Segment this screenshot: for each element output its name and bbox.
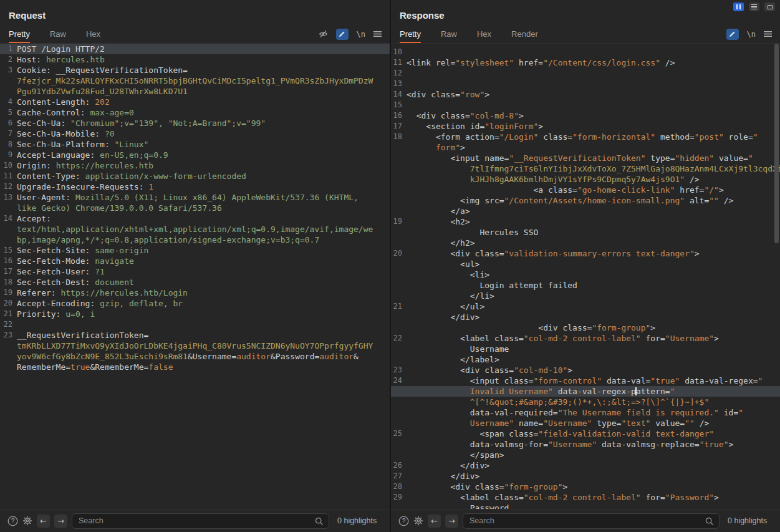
highlight-toggle-icon[interactable] — [726, 29, 739, 40]
code-row[interactable]: yov9W6cfGy8bZcN9E_852L3uEschi9sRm81&User… — [0, 351, 390, 362]
settings-gear-icon[interactable] — [413, 516, 423, 526]
next-match-button[interactable]: → — [445, 515, 458, 528]
code-row[interactable]: 17Sec-Fetch-User: ?1 — [0, 266, 390, 277]
tab-raw[interactable]: Raw — [441, 25, 457, 43]
code-row[interactable]: 13User-Agent: Mozilla/5.0 (X11; Linux x8… — [0, 192, 390, 203]
code-row[interactable]: 19 <h2> — [391, 216, 780, 227]
code-row[interactable]: 16 <div class="col-md-8"> — [391, 110, 780, 121]
tab-pretty[interactable]: Pretty — [9, 25, 30, 43]
newline-toggle-icon[interactable]: \n — [747, 30, 756, 39]
code-row[interactable]: RememberMe=true&RememberMe=false — [0, 362, 390, 372]
prev-match-button[interactable]: ← — [37, 515, 50, 528]
code-row[interactable]: 15Sec-Fetch-Site: same-origin — [0, 245, 390, 256]
code-row[interactable]: </li> — [391, 291, 780, 301]
code-row[interactable]: tmKRbLLXD77TiMxvQ9yXIdJoOrLDbKE4jgaiPHq_… — [0, 341, 390, 351]
code-row[interactable]: </div> — [391, 312, 780, 322]
code-row[interactable]: data-val-required="The Username field is… — [391, 407, 780, 418]
code-row[interactable]: </label> — [391, 354, 780, 365]
code-row[interactable]: 16Sec-Fetch-Mode: navigate — [0, 256, 390, 266]
code-row[interactable]: Invalid Username" data-val-regex-pattern… — [391, 386, 780, 397]
code-row[interactable]: 1POST /Login HTTP/2 — [0, 44, 390, 54]
next-match-button[interactable]: → — [54, 515, 67, 528]
code-row[interactable]: <img src="/Content/Assets/home-icon-smal… — [391, 195, 780, 206]
code-row[interactable]: 18 <form action="/Login" class="form-hor… — [391, 132, 780, 142]
code-row[interactable]: 23__RequestVerificationToken= — [0, 330, 390, 341]
code-row[interactable]: data-valmsg-for="Username" data-valmsg-r… — [391, 439, 780, 450]
tab-render[interactable]: Render — [511, 25, 538, 43]
tab-hex[interactable]: Hex — [86, 25, 100, 43]
code-row[interactable]: 9Accept-Language: en-US,en;q=0.9 — [0, 150, 390, 160]
search-input[interactable] — [72, 513, 329, 529]
code-row[interactable]: 11Content-Type: application/x-www-form-u… — [0, 171, 390, 181]
code-row[interactable]: kJHJh8gAAK6bmlhDmjVY1sYfPs9CDpmq5y7Aw4js… — [391, 174, 780, 185]
response-editor[interactable]: 91011<link rel="stylesheet" href="/Conte… — [391, 44, 780, 509]
tab-pretty[interactable]: Pretty — [400, 25, 421, 43]
code-row[interactable]: Password — [391, 503, 780, 509]
help-icon[interactable]: ? — [398, 516, 409, 526]
code-row[interactable]: 7tlIfmng7ciTs6lnYIibjJxXdvToXo_7Z5HMlGaj… — [391, 163, 780, 174]
help-icon[interactable]: ? — [7, 516, 18, 526]
response-scrollbar-thumb[interactable] — [774, 44, 779, 243]
code-row[interactable]: 14<div class="row"> — [391, 89, 780, 100]
code-row[interactable]: 8Sec-Ch-Ua-Platform: "Linux" — [0, 139, 390, 150]
code-row[interactable]: 7fezjcr_Mk22sARLQYFKxCHI5oNRRT5bpjBGHtQv… — [0, 75, 390, 86]
code-row[interactable]: 20Accept-Encoding: gzip, deflate, br — [0, 298, 390, 309]
newline-toggle-icon[interactable]: \n — [357, 30, 365, 39]
code-row[interactable]: 14Accept: — [0, 213, 390, 224]
settings-gear-icon[interactable] — [22, 516, 32, 526]
tab-raw[interactable]: Raw — [50, 25, 66, 43]
code-row[interactable]: 3Cookie: __RequestVerificationToken= — [0, 65, 390, 75]
code-row[interactable]: 5Cache-Control: max-age=0 — [0, 107, 390, 118]
code-row[interactable]: 18Sec-Fetch-Dest: document — [0, 277, 390, 288]
code-row[interactable]: 10 — [391, 47, 780, 57]
highlight-toggle-icon[interactable] — [336, 29, 349, 40]
code-row[interactable]: 28 <div class="form-group"> — [391, 481, 780, 492]
code-row[interactable]: like Gecko) Chrome/139.0.0.0 Safari/537.… — [0, 203, 390, 213]
code-row[interactable]: 6Sec-Ch-Ua: "Chromium";v="139", "Not;A=B… — [0, 118, 390, 128]
code-row[interactable]: 19Referer: https://hercules.htb/Login — [0, 288, 390, 298]
code-row[interactable]: 15 — [391, 100, 780, 110]
code-row[interactable]: <a class="go-home-click-link" href="/"> — [391, 185, 780, 195]
code-row[interactable]: 22 — [0, 319, 390, 330]
code-row[interactable]: </span> — [391, 450, 780, 460]
code-row[interactable]: 22 <label class="col-md-2 control-label"… — [391, 333, 780, 344]
code-row[interactable]: 21Priority: u=0, i — [0, 309, 390, 319]
code-row[interactable]: 11<link rel="stylesheet" href="/Content/… — [391, 57, 780, 68]
code-row[interactable]: </a> — [391, 206, 780, 216]
code-row[interactable]: 25 <span class="field-validation-valid t… — [391, 428, 780, 439]
editor-menu-icon[interactable] — [373, 31, 382, 37]
code-row[interactable]: 13 — [391, 79, 780, 89]
code-row[interactable]: 20 <div class="validation-summary-errors… — [391, 248, 780, 259]
window-icon[interactable] — [764, 2, 775, 11]
code-row[interactable]: 29 <label class="col-md-2 control-label"… — [391, 492, 780, 503]
code-row[interactable]: <div class="form-group"> — [391, 322, 780, 333]
code-row[interactable]: bp,image/apng,*/*;q=0.8,application/sign… — [0, 235, 390, 245]
code-row[interactable]: </h2> — [391, 238, 780, 248]
editor-menu-icon[interactable] — [764, 31, 772, 37]
code-row[interactable]: 10Origin: https://hercules.htb — [0, 160, 390, 171]
code-row[interactable]: 26 </div> — [391, 460, 780, 471]
code-row[interactable]: ^[^!&quot;#&amp;&#39;()*+,\:;&lt;=>?[\]^… — [391, 397, 780, 407]
code-row[interactable]: 21 </ul> — [391, 301, 780, 312]
code-row[interactable]: Login attempt failed — [391, 280, 780, 291]
hide-data-eye-icon[interactable] — [319, 30, 328, 38]
code-row[interactable]: 27 </div> — [391, 471, 780, 481]
code-row[interactable]: Username" name="Username" type="text" va… — [391, 418, 780, 428]
code-row[interactable]: <ul> — [391, 259, 780, 269]
code-row[interactable]: Hercules SSO — [391, 227, 780, 238]
code-row[interactable]: 2Host: hercules.htb — [0, 54, 390, 65]
request-editor[interactable]: 1POST /Login HTTP/22Host: hercules.htb3C… — [0, 44, 390, 509]
code-row[interactable]: 17 <section id="loginForm"> — [391, 121, 780, 132]
code-row[interactable]: 4Content-Length: 202 — [0, 97, 390, 107]
code-row[interactable]: 23 <div class="col-md-10"> — [391, 365, 780, 375]
code-row[interactable]: text/html,application/xhtml+xml,applicat… — [0, 224, 390, 235]
search-input[interactable] — [463, 513, 720, 529]
code-row[interactable]: <input name="__RequestVerificationToken"… — [391, 153, 780, 163]
code-row[interactable]: Username — [391, 344, 780, 354]
code-row[interactable]: form"> — [391, 142, 780, 153]
code-row[interactable]: 12 — [391, 68, 780, 79]
pause-icon[interactable] — [733, 2, 744, 11]
code-row[interactable]: Pgu91YdbZVwfu28Fud_U28TWhrXw8LKD7U1 — [0, 86, 390, 97]
code-row[interactable]: 7Sec-Ch-Ua-Mobile: ?0 — [0, 128, 390, 139]
code-row[interactable]: <li> — [391, 269, 780, 280]
